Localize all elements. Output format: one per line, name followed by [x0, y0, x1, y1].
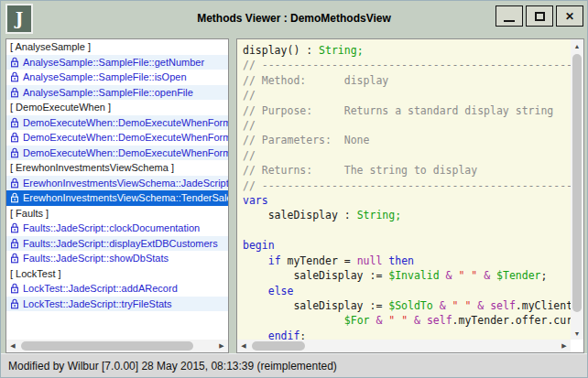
- code-token: $Tender: [496, 269, 540, 282]
- method-list-row[interactable]: DemoExecuteWhen::DemoExecuteWhenForm::d: [6, 130, 228, 146]
- scrollbar-corner: [571, 340, 583, 352]
- method-label: LockTest::JadeScript::tryFileStats: [23, 298, 172, 309]
- method-list-row[interactable]: AnalyseSample::SampleFile::isOpen: [6, 70, 228, 85]
- code-token: // Purpose: Returns a standard display s…: [243, 104, 553, 117]
- method-list-row[interactable]: DemoExecuteWhen::DemoExecuteWhenForm::b: [6, 115, 228, 131]
- method-list-row[interactable]: Faults::JadeScript::displayExtDBCustomer…: [6, 236, 228, 252]
- code-token: [490, 269, 496, 282]
- code-line: if myTender = null then: [243, 254, 571, 268]
- scroll-right-icon[interactable]: ▶: [558, 340, 571, 352]
- code-token: // -------------------------------------…: [243, 59, 571, 71]
- code-hscrollbar[interactable]: ◀ ▶: [237, 340, 571, 352]
- method-group-header[interactable]: [ AnalyseSample ]: [6, 39, 228, 55]
- methods-viewer-window: J Methods Viewer : DemoMethodsView ✕ [ A…: [0, 0, 588, 378]
- maximize-icon: [535, 12, 545, 21]
- code-token: [433, 299, 440, 312]
- method-list-row[interactable]: Faults::JadeScript::showDbStats: [6, 251, 228, 266]
- lock-icon: [10, 71, 19, 82]
- scroll-right-icon[interactable]: ▶: [215, 340, 228, 352]
- hscroll-thumb[interactable]: [252, 341, 305, 351]
- code-token: String;: [319, 44, 363, 57]
- code-token: &: [440, 299, 446, 312]
- close-button[interactable]: ✕: [556, 5, 583, 27]
- lock-icon: [10, 87, 19, 98]
- code-token: then: [388, 254, 414, 267]
- code-token: myTender =: [281, 254, 357, 267]
- code-token: if: [268, 254, 281, 267]
- code-line: // Purpose: Returns a standard display s…: [243, 103, 571, 118]
- code-token: ;: [541, 269, 548, 282]
- method-list-row[interactable]: AnalyseSample::SampleFile::getNumber: [6, 55, 228, 70]
- code-line: display() : String;: [243, 43, 571, 58]
- method-label: Faults::JadeScript::showDbStats: [23, 253, 169, 264]
- lock-icon: [10, 283, 19, 294]
- method-list-row[interactable]: Faults::JadeScript::clockDocumentation: [6, 221, 228, 236]
- code-line: saleDisplay : String;: [243, 208, 571, 222]
- scroll-up-icon[interactable]: ▲: [571, 39, 583, 52]
- method-label: AnalyseSample::SampleFile::isOpen: [23, 71, 187, 82]
- code-line: // Parameters: None: [243, 133, 571, 147]
- method-list-hscrollbar[interactable]: ◀ ▶: [6, 340, 228, 352]
- hscroll-thumb[interactable]: [21, 341, 193, 351]
- method-list-row[interactable]: AnalyseSample::SampleFile::openFile: [6, 85, 228, 101]
- code-token: [243, 285, 268, 297]
- minimize-button[interactable]: [495, 5, 523, 27]
- title-bar[interactable]: J Methods Viewer : DemoMethodsView ✕: [1, 1, 587, 38]
- method-label: [ LockTest ]: [10, 268, 61, 279]
- code-token: // Method: display: [243, 74, 388, 87]
- code-token: ;: [299, 329, 306, 340]
- method-group-header[interactable]: [ LockTest ]: [6, 266, 228, 282]
- code-vscrollbar[interactable]: ▲ ▼: [571, 39, 583, 340]
- code-token: $For: [344, 314, 370, 327]
- lock-icon: [10, 253, 19, 264]
- method-group-header[interactable]: [ Faults ]: [6, 206, 228, 221]
- method-group-header[interactable]: [ ErewhonInvestmentsViewSchema ]: [6, 160, 228, 176]
- lock-icon: [10, 192, 19, 203]
- code-token: " ": [388, 314, 408, 327]
- method-label: DemoExecuteWhen::DemoExecuteWhenForm::b: [23, 117, 228, 128]
- code-token: //: [243, 119, 256, 132]
- code-line: //: [243, 148, 571, 163]
- method-list-row[interactable]: LockTest::JadeScript::tryFileStats: [6, 297, 228, 312]
- method-group-header[interactable]: [ DemoExecuteWhen ]: [6, 100, 228, 115]
- scroll-left-icon[interactable]: ◀: [6, 340, 19, 352]
- method-label: ErewhonInvestmentsViewSchema::TenderSale: [23, 192, 228, 203]
- method-label: AnalyseSample::SampleFile::openFile: [23, 87, 193, 98]
- code-token: " ": [458, 269, 477, 282]
- code-token: [420, 314, 427, 327]
- lock-icon: [10, 147, 19, 158]
- method-list-row[interactable]: ErewhonInvestmentsViewSchema::TenderSale: [6, 190, 228, 206]
- code-line: saleDisplay := $SoldTo & " " & self.myCl…: [243, 298, 571, 313]
- code-line: // Method: display: [243, 73, 571, 88]
- lock-icon: [10, 57, 19, 68]
- method-list-row[interactable]: DemoExecuteWhen::DemoExecuteWhenForm::t: [6, 146, 228, 161]
- lock-icon: [10, 298, 19, 309]
- window-controls: ✕: [493, 5, 583, 27]
- scroll-left-icon[interactable]: ◀: [237, 340, 250, 352]
- code-token: else: [268, 285, 294, 297]
- code-line: endif;: [243, 329, 571, 340]
- lock-icon: [10, 132, 19, 143]
- vscroll-thumb[interactable]: [572, 54, 582, 312]
- code-token: self: [490, 299, 516, 312]
- method-list-row[interactable]: LockTest::JadeScript::addARecord: [6, 281, 228, 297]
- code-token: //: [243, 149, 256, 162]
- code-token: [243, 329, 268, 340]
- code-token: .myClient: [516, 299, 571, 312]
- method-label: AnalyseSample::SampleFile::getNumber: [23, 57, 204, 68]
- code-line: // -------------------------------------…: [243, 178, 571, 193]
- method-list-panel: [ AnalyseSample ] AnalyseSample::SampleF…: [5, 38, 229, 353]
- scroll-down-icon[interactable]: ▼: [571, 327, 583, 340]
- code-area[interactable]: display() : String;// ------------------…: [237, 39, 571, 340]
- lock-icon: [10, 222, 19, 233]
- code-token: $SoldTo: [388, 299, 432, 312]
- method-list-row[interactable]: ErewhonInvestmentsViewSchema::JadeScript…: [6, 176, 228, 191]
- method-label: DemoExecuteWhen::DemoExecuteWhenForm::t: [23, 147, 228, 158]
- method-label: DemoExecuteWhen::DemoExecuteWhenForm::d: [23, 132, 228, 143]
- status-bar: Modified by Wilbur [7.0.00] 28 May 2015,…: [1, 353, 587, 377]
- code-line: else: [243, 284, 571, 298]
- code-token: saleDisplay :=: [243, 269, 388, 282]
- code-line: $For & " " & self.myTender.offer.curr: [243, 313, 571, 328]
- maximize-button[interactable]: [526, 5, 553, 27]
- code-token: [440, 269, 446, 282]
